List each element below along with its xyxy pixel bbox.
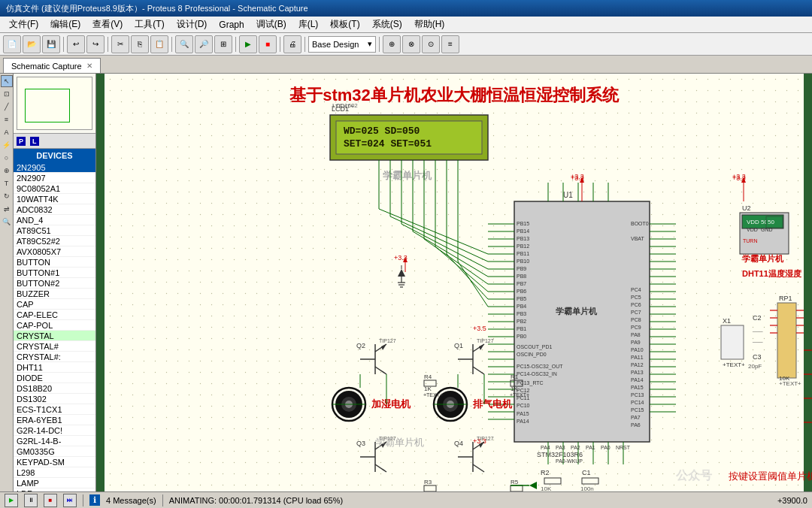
play-button[interactable]: ▶ — [5, 494, 18, 507]
schematic-svg: 基于stm32单片机农业大棚恒温恒湿控制系统 LCD1 +TEXT+ LCD16… — [96, 74, 812, 491]
bus-tool[interactable]: ≡ — [1, 113, 13, 125]
pause-button[interactable]: ⏸ — [24, 494, 38, 507]
device-item-31[interactable]: LDR — [14, 488, 95, 491]
l-badge[interactable]: L — [30, 137, 39, 146]
device-item-28[interactable]: KEYPAD-SM — [14, 457, 95, 467]
text-tool[interactable]: T — [1, 177, 13, 189]
zoom-out-button[interactable]: 🔎 — [195, 35, 213, 53]
svg-text:PA1: PA1 — [586, 445, 595, 450]
svg-text:PB5: PB5 — [517, 296, 526, 301]
menu-graph[interactable]: Graph — [213, 18, 250, 32]
tab-schematic[interactable]: Schematic Capture ✕ — [3, 58, 101, 73]
svg-text:PB2: PB2 — [517, 319, 526, 324]
device-item-3[interactable]: 10WATT4K — [14, 194, 95, 204]
extra1-button[interactable]: ⊕ — [383, 35, 401, 53]
svg-text:PA7: PA7 — [631, 415, 641, 420]
devices-header: DEVICES — [14, 149, 95, 162]
menu-template[interactable]: 模板(T) — [324, 17, 365, 32]
toolbar-sep2 — [108, 37, 108, 52]
device-item-15[interactable]: CAP-POL — [14, 320, 95, 331]
svg-text:PB11: PB11 — [517, 251, 529, 256]
svg-text:PB8: PB8 — [517, 274, 526, 279]
device-item-29[interactable]: L298 — [14, 467, 95, 478]
save-button[interactable]: 💾 — [42, 35, 60, 53]
wire-tool[interactable]: ╱ — [1, 101, 13, 113]
device-item-27[interactable]: GM0335G — [14, 446, 95, 457]
device-item-5[interactable]: AND_4 — [14, 215, 95, 225]
device-item-10[interactable]: BUTTON#1 — [14, 268, 95, 278]
zoom-in-button[interactable]: 🔍 — [175, 35, 193, 53]
svg-text:排气电机: 排气电机 — [472, 398, 513, 410]
device-item-18[interactable]: CRYSTAL#: — [14, 352, 95, 362]
device-item-16[interactable]: CRYSTAL — [14, 331, 95, 341]
cut-button[interactable]: ✂ — [111, 35, 129, 53]
canvas-area[interactable]: 基于stm32单片机农业大棚恒温恒湿控制系统 LCD1 +TEXT+ LCD16… — [96, 74, 812, 491]
device-item-25[interactable]: G2R-14-DC! — [14, 425, 95, 436]
fit-button[interactable]: ⊞ — [214, 35, 232, 53]
power-tool[interactable]: ⚡ — [1, 139, 13, 151]
menu-view[interactable]: 查看(V) — [86, 17, 129, 32]
menu-edit[interactable]: 编辑(E) — [44, 17, 86, 32]
extra2-button[interactable]: ⊗ — [402, 35, 420, 53]
svg-text:VDD  50: VDD 50 — [747, 219, 768, 225]
svg-text:PB3: PB3 — [517, 311, 526, 316]
stop-button[interactable]: ■ — [259, 35, 277, 53]
device-item-11[interactable]: BUTTON#2 — [14, 278, 95, 289]
terminal-tool[interactable]: ○ — [1, 152, 13, 164]
device-item-8[interactable]: AVX0805X7 — [14, 246, 95, 257]
svg-text:PA13: PA13 — [631, 370, 644, 375]
paste-button[interactable]: 📋 — [150, 35, 168, 53]
device-item-19[interactable]: DHT11 — [14, 362, 95, 373]
device-item-17[interactable]: CRYSTAL# — [14, 341, 95, 352]
svg-rect-12 — [514, 201, 650, 442]
device-item-20[interactable]: DIODE — [14, 373, 95, 383]
select-tool[interactable]: ↖ — [1, 75, 13, 87]
devices-list[interactable]: 2N2905 2N2907 9C08052A1 10WATT4K ADC0832… — [14, 162, 95, 491]
device-item-13[interactable]: CAP — [14, 299, 95, 310]
redo-button[interactable]: ↪ — [86, 35, 105, 53]
device-item-0[interactable]: 2N2905 — [14, 162, 95, 173]
device-item-14[interactable]: CAP-ELEC — [14, 310, 95, 320]
undo-button[interactable]: ↩ — [67, 35, 85, 53]
menu-system[interactable]: 系统(S) — [366, 17, 408, 32]
run-button[interactable]: ▶ — [239, 35, 257, 53]
probe-tool[interactable]: ⊕ — [1, 165, 13, 177]
device-item-30[interactable]: LAMP — [14, 478, 95, 488]
rotate-tool[interactable]: ↻ — [1, 190, 13, 202]
menu-debug[interactable]: 调试(B) — [250, 17, 292, 32]
label-tool[interactable]: A — [1, 126, 13, 138]
device-item-21[interactable]: DS18B20 — [14, 383, 95, 394]
new-button[interactable]: 📄 — [3, 35, 21, 53]
copy-button[interactable]: ⎘ — [131, 35, 149, 53]
device-item-1[interactable]: 2N2907 — [14, 173, 95, 183]
menu-library[interactable]: 库(L) — [292, 17, 325, 32]
svg-text:PB1: PB1 — [517, 326, 526, 331]
design-dropdown[interactable]: Base Design ▾ — [308, 36, 376, 53]
device-item-22[interactable]: DS1302 — [14, 394, 95, 404]
component-tool[interactable]: ⊡ — [1, 88, 13, 100]
device-item-7[interactable]: AT89C52#2 — [14, 236, 95, 246]
extra3-button[interactable]: ⊙ — [422, 35, 440, 53]
device-item-12[interactable]: BUZZER — [14, 289, 95, 299]
step-button[interactable]: ⏭ — [63, 494, 77, 507]
extra4-button[interactable]: ≡ — [441, 35, 459, 53]
device-item-6[interactable]: AT89C51 — [14, 225, 95, 236]
device-item-4[interactable]: ADC0832 — [14, 204, 95, 215]
menu-design[interactable]: 设计(D) — [171, 17, 214, 32]
device-item-2[interactable]: 9C08052A1 — [14, 183, 95, 194]
device-item-23[interactable]: ECS-T1CX1 — [14, 404, 95, 415]
device-item-24[interactable]: ERA-6YEB1 — [14, 415, 95, 425]
stop-button[interactable]: ■ — [44, 494, 57, 507]
zoom-tool[interactable]: 🔍 — [1, 216, 13, 228]
mirror-tool[interactable]: ⇌ — [1, 203, 13, 215]
print-button[interactable]: 🖨 — [283, 35, 301, 53]
menu-file[interactable]: 文件(F) — [3, 17, 44, 32]
tab-close-button[interactable]: ✕ — [86, 62, 92, 70]
device-item-9[interactable]: BUTTON — [14, 257, 95, 268]
svg-text:PC5: PC5 — [631, 295, 641, 300]
menu-tool[interactable]: 工具(T) — [129, 17, 170, 32]
open-button[interactable]: 📂 — [23, 35, 41, 53]
p-badge[interactable]: P — [17, 137, 26, 146]
menu-help[interactable]: 帮助(H) — [408, 17, 451, 32]
device-item-26[interactable]: G2RL-14-B- — [14, 436, 95, 446]
